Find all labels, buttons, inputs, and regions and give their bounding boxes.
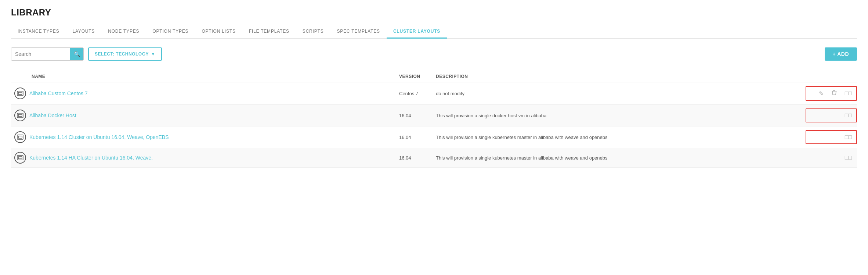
row-version: 16.04 [399, 135, 436, 140]
svg-rect-7 [18, 157, 22, 159]
search-icon: 🔍 [74, 51, 80, 57]
row-icon [11, 152, 29, 164]
page-title: LIBRARY [11, 7, 857, 18]
svg-rect-5 [18, 136, 22, 138]
tab-option-types[interactable]: OPTION TYPES [146, 25, 195, 39]
copy-icon[interactable]: □□ [843, 132, 853, 142]
tab-file-templates[interactable]: FILE TEMPLATES [242, 25, 296, 39]
row-version: Centos 7 [399, 91, 436, 96]
copy-icon[interactable]: □□ [843, 111, 853, 120]
edit-icon[interactable]: ✎ [817, 89, 825, 99]
col-header-name: NAME [29, 74, 399, 79]
copy-icon[interactable]: □□ [843, 89, 853, 98]
search-input[interactable] [11, 48, 70, 60]
cluster-icon [14, 152, 26, 164]
row-icon [11, 88, 29, 99]
table-row: Alibaba Docker Host 16.04 This will prov… [11, 105, 857, 126]
col-header-actions [806, 74, 857, 79]
nav-tabs: INSTANCE TYPES LAYOUTS NODE TYPES OPTION… [11, 25, 857, 39]
table-row: Kubernetes 1.14 HA Cluster on Ubuntu 16.… [11, 148, 857, 168]
row-name[interactable]: Alibaba Docker Host [29, 113, 399, 118]
row-desc: do not modify [436, 91, 806, 96]
row-version: 16.04 [399, 155, 436, 161]
row-name[interactable]: Kubernetes 1.14 HA Cluster on Ubuntu 16.… [29, 155, 399, 161]
row-desc: This will provision a single kubernetes … [436, 155, 806, 161]
row-actions: □□ [806, 108, 857, 122]
select-technology-label: SELECT: TECHNOLOGY [95, 51, 149, 57]
cluster-icon [14, 131, 26, 143]
table-header: NAME VERSION DESCRIPTION [11, 71, 857, 82]
delete-icon[interactable] [830, 88, 838, 99]
cluster-icon [14, 88, 26, 99]
tab-layouts[interactable]: LAYOUTS [66, 25, 101, 39]
chevron-down-icon: ▼ [151, 51, 155, 57]
row-desc: This will provision a single docker host… [436, 113, 806, 118]
add-button[interactable]: + ADD [825, 47, 857, 61]
copy-icon[interactable]: □□ [843, 153, 853, 162]
search-wrapper: 🔍 [11, 47, 84, 61]
row-icon [11, 110, 29, 121]
row-actions: □□ [806, 130, 857, 144]
tab-scripts[interactable]: SCRIPTS [296, 25, 330, 39]
tab-spec-templates[interactable]: SPEC TEMPLATES [330, 25, 386, 39]
col-header-icon [11, 74, 29, 79]
svg-rect-1 [18, 92, 22, 94]
row-name[interactable]: Alibaba Custom Centos 7 [29, 90, 399, 96]
table-row: Alibaba Custom Centos 7 Centos 7 do not … [11, 82, 857, 105]
row-version: 16.04 [399, 113, 436, 118]
tab-node-types[interactable]: NODE TYPES [101, 25, 146, 39]
tab-option-lists[interactable]: OPTION LISTS [195, 25, 242, 39]
table-row: Kubernetes 1.14 Cluster on Ubuntu 16.04,… [11, 126, 857, 148]
col-header-description: DESCRIPTION [436, 74, 806, 79]
col-header-version: VERSION [399, 74, 436, 79]
search-button[interactable]: 🔍 [70, 47, 83, 61]
row-desc: This will provision a single kubernetes … [436, 135, 806, 140]
row-actions: □□ [806, 153, 857, 162]
row-icon [11, 131, 29, 143]
data-table: NAME VERSION DESCRIPTION Alibaba Custom … [11, 71, 857, 168]
row-actions: ✎ □□ [806, 86, 857, 101]
tab-cluster-layouts[interactable]: CLUSTER LAYOUTS [387, 25, 447, 39]
svg-rect-3 [18, 114, 22, 117]
cluster-icon [14, 110, 26, 121]
tab-instance-types[interactable]: INSTANCE TYPES [11, 25, 66, 39]
select-technology-button[interactable]: SELECT: TECHNOLOGY ▼ [88, 47, 162, 61]
toolbar: 🔍 SELECT: TECHNOLOGY ▼ + ADD [11, 47, 857, 61]
row-name[interactable]: Kubernetes 1.14 Cluster on Ubuntu 16.04,… [29, 134, 399, 140]
